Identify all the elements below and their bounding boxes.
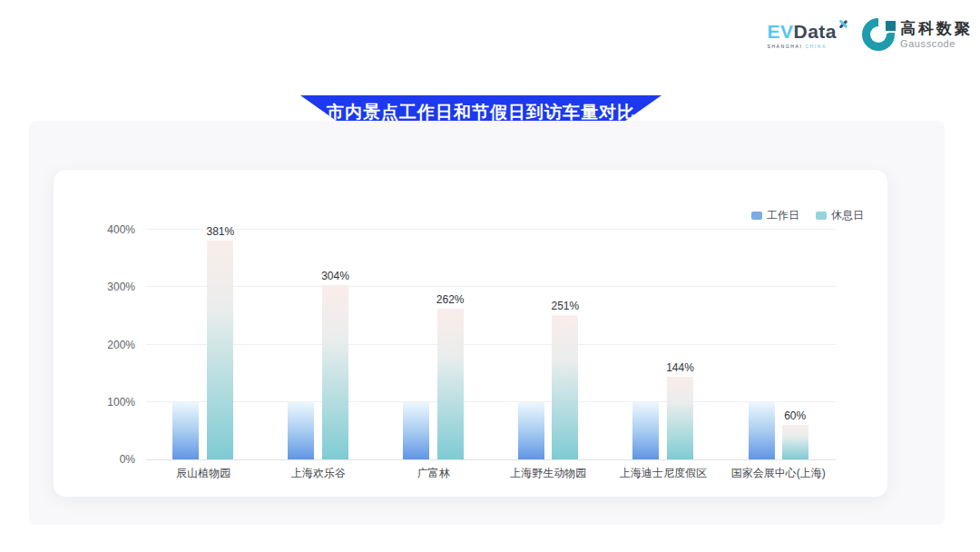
- legend-marker-restday-icon: [816, 212, 827, 220]
- evdata-logo: EVData SHANGHAI CHINA: [767, 21, 849, 49]
- bar-workday-3: [518, 402, 544, 459]
- chart-legend: 工作日 休息日: [751, 208, 864, 223]
- bar-group-3: 251%: [491, 231, 606, 459]
- bar-group-5: 60%: [720, 231, 836, 459]
- x-axis-label-4: 上海迪士尼度假区: [606, 466, 721, 481]
- page: EVData SHANGHAI CHINA 高科数聚 Gausscode 市内景…: [0, 0, 980, 552]
- x-axis-label-3: 上海野生动物园: [491, 466, 606, 481]
- bar-series: 381%304%262%251%144%60%: [146, 231, 836, 459]
- x-axis-label-0: 辰山植物园: [146, 466, 261, 481]
- bar-restday-1: [322, 285, 348, 459]
- gausscode-square-icon: [886, 21, 896, 31]
- bar-value-label-5: 60%: [784, 409, 806, 422]
- y-axis-tick: 200%: [90, 339, 135, 351]
- bar-workday-2: [403, 402, 429, 459]
- evdata-data-text: Data: [793, 21, 837, 43]
- bar-restday-wrap-3: 251%: [552, 300, 580, 459]
- bar-restday-wrap-4: 144%: [666, 361, 694, 459]
- bar-value-label-0: 381%: [206, 225, 234, 238]
- bar-restday-wrap-1: 304%: [321, 270, 349, 459]
- bar-value-label-1: 304%: [321, 270, 349, 282]
- x-axis-label-2: 广富林: [376, 466, 491, 481]
- header-logos: EVData SHANGHAI CHINA 高科数聚 Gausscode: [767, 18, 973, 51]
- evdata-sub-left: SHANGHAI: [767, 44, 802, 49]
- evdata-ev-text: EV: [767, 21, 793, 43]
- evdata-subtitle: SHANGHAI CHINA: [767, 44, 849, 49]
- y-axis-tick: 0%: [90, 453, 135, 466]
- gausscode-logo: 高科数聚 Gausscode: [862, 18, 973, 51]
- evdata-sub-right: CHINA: [805, 44, 827, 49]
- bar-value-label-2: 262%: [436, 293, 465, 306]
- gausscode-cn-text: 高科数聚: [900, 20, 973, 38]
- legend-label-workday: 工作日: [767, 208, 799, 223]
- bar-value-label-4: 144%: [666, 361, 694, 374]
- bar-restday-0: [207, 241, 233, 459]
- chart-plot: 0%100%200%300%400% 381%304%262%251%144%6…: [146, 231, 836, 460]
- gausscode-text: 高科数聚 Gausscode: [900, 20, 973, 49]
- evdata-wordmark: EVData: [767, 21, 849, 43]
- y-axis-tick: 300%: [90, 281, 135, 293]
- y-axis-tick: 100%: [90, 396, 135, 409]
- bar-group-1: 304%: [261, 231, 377, 459]
- bar-workday-5: [749, 402, 775, 459]
- legend-marker-workday-icon: [751, 212, 762, 220]
- bar-restday-2: [437, 309, 464, 459]
- bar-group-0: 381%: [146, 231, 261, 459]
- x-axis-label-1: 上海欢乐谷: [261, 466, 377, 481]
- bar-group-4: 144%: [606, 231, 721, 459]
- legend-item-restday[interactable]: 休息日: [816, 208, 864, 223]
- bar-restday-3: [552, 315, 578, 459]
- section-panel: 工作日 休息日 0%100%200%300%400% 381%304%262%2…: [29, 121, 945, 525]
- bar-restday-4: [667, 377, 693, 459]
- bar-group-2: 262%: [376, 231, 491, 459]
- bar-workday-0: [172, 402, 199, 459]
- bar-restday-wrap-2: 262%: [436, 293, 465, 459]
- bar-restday-wrap-0: 381%: [206, 225, 234, 459]
- legend-label-restday: 休息日: [831, 208, 864, 223]
- gridline: [146, 229, 836, 230]
- x-axis: 辰山植物园上海欢乐谷广富林上海野生动物园上海迪士尼度假区国家会展中心(上海): [146, 466, 836, 481]
- gausscode-en-text: Gausscode: [900, 38, 973, 49]
- bar-value-label-3: 251%: [552, 300, 580, 312]
- y-axis-tick: 400%: [90, 223, 135, 236]
- bar-workday-1: [288, 402, 314, 459]
- chart-card: 工作日 休息日 0%100%200%300%400% 381%304%262%2…: [53, 169, 888, 498]
- bar-restday-5: [782, 425, 808, 459]
- x-axis-label-5: 国家会展中心(上海): [720, 466, 836, 481]
- bar-workday-4: [632, 402, 659, 459]
- bar-restday-wrap-5: 60%: [782, 409, 808, 459]
- legend-item-workday[interactable]: 工作日: [751, 208, 799, 223]
- gausscode-g-icon: [862, 18, 895, 51]
- evdata-x-icon: [838, 18, 849, 30]
